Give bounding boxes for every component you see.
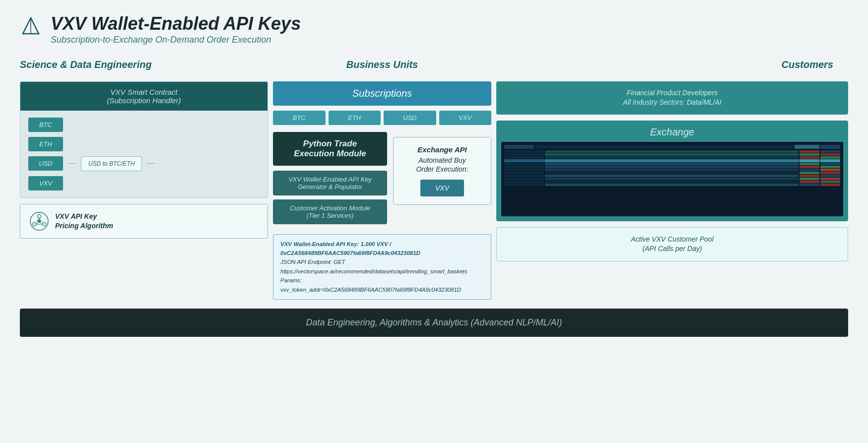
page-title: VXV Wallet-Enabled API Keys	[51, 14, 301, 34]
eth-row: ETH	[28, 137, 260, 151]
diagram-area: VXV Smart Contract (Subscription Handler…	[20, 81, 848, 300]
btc-tag: BTC	[28, 118, 63, 132]
usd-tag: USD	[28, 156, 63, 171]
business-column-title: Business Units	[273, 59, 491, 70]
science-label-col: Science & Data Engineering	[20, 59, 268, 77]
customers-column-title: Customers	[496, 59, 848, 70]
active-pool-box: Active VXV Customer Pool (API Calls per …	[496, 227, 848, 261]
sub-module-1: VXV Wallet-Enabled API Key Generator & P…	[273, 171, 387, 195]
page-subtitle: Subscription-to-Exchange On-Demand Order…	[51, 35, 301, 45]
smart-contract-header: VXV Smart Contract (Subscription Handler…	[20, 82, 267, 111]
header-text: VXV Wallet-Enabled API Keys Subscription…	[51, 14, 301, 45]
usd-connector-right	[147, 163, 155, 164]
usd-connector-line	[68, 163, 76, 164]
python-module-box: Python Trade Execution Module	[273, 132, 387, 166]
vxv-tag: VXV	[28, 176, 63, 190]
bottom-bar: Data Engineering, Algorithms & Analytics…	[20, 309, 848, 337]
python-section: Python Trade Execution Module VXV Wallet…	[273, 132, 387, 228]
api-key-line-2: JSON API Endpoint: GET https://vectorspa…	[280, 257, 484, 276]
business-column: Subscriptions BTC ETH USD VXV Python Tra…	[268, 81, 496, 300]
header: VXV Wallet-Enabled API Keys Subscription…	[20, 14, 848, 45]
exchange-api-subtitle: Automated Buy Order Execution:	[402, 156, 482, 174]
eth-tag: ETH	[28, 137, 63, 151]
usd-row: USD USD to BTC/ETH	[28, 156, 260, 171]
smart-contract-box: VXV Smart Contract (Subscription Handler…	[20, 81, 268, 198]
btc-row: BTC	[28, 118, 260, 132]
sub-module-2: Customer Activation Module (Tier 1 Servi…	[273, 199, 387, 224]
api-key-line-1: VXV Wallet-Enabled API Key: 1.000 VXV / …	[280, 240, 484, 258]
api-key-line-3: Params: vxv_token_addr=0xC2A568489BF6AAC…	[280, 276, 484, 294]
page: VXV Wallet-Enabled API Keys Subscription…	[0, 0, 868, 443]
svg-point-6	[42, 222, 46, 226]
science-column-title: Science & Data Engineering	[20, 59, 268, 70]
api-key-info-box: VXV Wallet-Enabled API Key: 1.000 VXV / …	[273, 234, 491, 300]
sub-btc: BTC	[273, 111, 326, 125]
exchange-display-box: Exchange	[496, 121, 848, 221]
science-column: VXV Smart Contract (Subscription Handler…	[20, 81, 268, 239]
svg-point-5	[32, 222, 36, 226]
exchange-screen	[501, 142, 843, 216]
api-pricing-text: VXV API Key Pricing Algorithm	[55, 212, 113, 230]
exchange-api-box: Exchange API Automated Buy Order Executi…	[393, 137, 491, 205]
vxv-logo-icon	[20, 16, 42, 38]
exchange-api-title: Exchange API	[402, 145, 482, 154]
business-label-col: Business Units	[268, 59, 496, 77]
smart-contract-title: VXV Smart Contract (Subscription Handler…	[107, 88, 181, 105]
sub-usd: USD	[384, 111, 436, 125]
api-key-text-1: VXV Wallet-Enabled API Key: 1.000 VXV / …	[280, 241, 420, 256]
exchange-api-section: Exchange API Automated Buy Order Executi…	[393, 132, 491, 205]
svg-point-4	[37, 214, 41, 218]
sub-vxv: VXV	[439, 111, 492, 125]
column-labels: Science & Data Engineering Business Unit…	[20, 59, 848, 77]
vxv-row: VXV	[28, 176, 260, 190]
customers-label-col: Customers	[496, 59, 848, 77]
financial-developers-box: Financial Product Developers All Industr…	[496, 81, 848, 115]
sub-eth: ETH	[329, 111, 381, 125]
subscriptions-currencies: BTC ETH USD VXV	[273, 111, 491, 125]
exchange-box-header: Exchange	[496, 121, 848, 142]
api-pricing-icon	[28, 210, 50, 232]
subscriptions-box: Subscriptions	[273, 81, 491, 106]
api-pricing-box: VXV API Key Pricing Algorithm	[20, 204, 268, 239]
customers-column: Financial Product Developers All Industr…	[496, 81, 848, 261]
usd-converter-tag: USD to BTC/ETH	[81, 156, 142, 171]
middle-row: Python Trade Execution Module VXV Wallet…	[273, 132, 491, 228]
subscriptions-section: Subscriptions BTC ETH USD VXV	[273, 81, 491, 125]
vxv-action-button[interactable]: VXV	[420, 180, 464, 196]
smart-contract-body: BTC ETH USD USD to BTC/ETH	[20, 111, 267, 197]
